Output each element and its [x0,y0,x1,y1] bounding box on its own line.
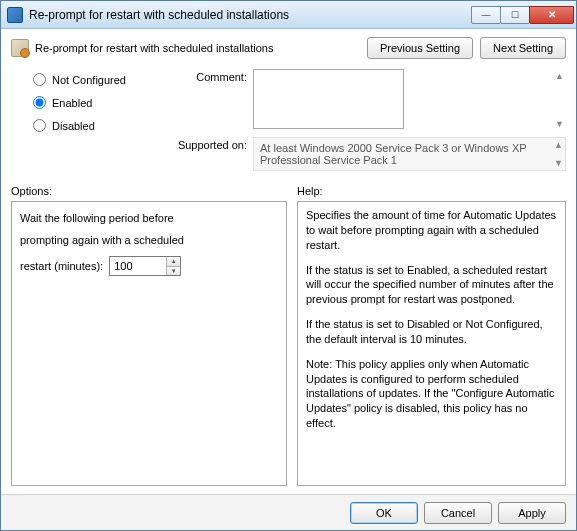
radio-enabled[interactable]: Enabled [33,96,161,109]
titlebar[interactable]: Re-prompt for restart with scheduled ins… [1,1,576,29]
options-pane: Wait the following period before prompti… [11,201,287,486]
dialog-window: Re-prompt for restart with scheduled ins… [0,0,577,531]
option-text-1: Wait the following period before [20,212,278,224]
radio-disabled-label: Disabled [52,120,95,132]
window-buttons [472,6,574,24]
content-area: Re-prompt for restart with scheduled ins… [1,29,576,494]
scroll-up-icon[interactable]: ▲ [555,71,564,81]
radio-enabled-label: Enabled [52,97,92,109]
previous-setting-button[interactable]: Previous Setting [367,37,473,59]
scroll-up-icon[interactable]: ▲ [554,140,563,150]
supported-on-label: Supported on: [169,137,247,151]
next-setting-button[interactable]: Next Setting [480,37,566,59]
maximize-button[interactable] [500,6,530,24]
apply-button[interactable]: Apply [498,502,566,524]
app-icon [7,7,23,23]
radio-enabled-input[interactable] [33,96,46,109]
config-area: Not Configured Enabled Disabled Comment:… [11,69,566,171]
split-panes: Wait the following period before prompti… [11,201,566,486]
window-title: Re-prompt for restart with scheduled ins… [29,8,472,22]
radio-not-configured-input[interactable] [33,73,46,86]
spinner-up-button[interactable]: ▲ [167,257,180,267]
options-heading: Options: [11,185,287,197]
dialog-footer: OK Cancel Apply [1,494,576,530]
cancel-button[interactable]: Cancel [424,502,492,524]
help-p4: Note: This policy applies only when Auto… [306,357,557,431]
comment-label: Comment: [169,69,247,83]
help-p3: If the status is set to Disabled or Not … [306,317,557,347]
option-text-2: prompting again with a scheduled [20,234,278,246]
radio-not-configured[interactable]: Not Configured [33,73,161,86]
header-row: Re-prompt for restart with scheduled ins… [11,37,566,59]
comment-textarea[interactable] [253,69,404,129]
scroll-down-icon[interactable]: ▼ [554,158,563,168]
radio-disabled[interactable]: Disabled [33,119,161,132]
supported-on-value: At least Windows 2000 Service Pack 3 or … [260,142,526,166]
radio-not-configured-label: Not Configured [52,74,126,86]
help-pane: Specifies the amount of time for Automat… [297,201,566,486]
split-labels: Options: Help: [11,185,566,197]
help-heading: Help: [297,185,323,197]
minimize-button[interactable] [471,6,501,24]
supported-on-text: At least Windows 2000 Service Pack 3 or … [253,137,566,171]
policy-title: Re-prompt for restart with scheduled ins… [35,42,273,54]
spinner-down-button[interactable]: ▼ [167,267,180,276]
help-p1: Specifies the amount of time for Automat… [306,208,557,253]
policy-icon [11,39,29,57]
radio-disabled-input[interactable] [33,119,46,132]
scroll-down-icon[interactable]: ▼ [555,119,564,129]
ok-button[interactable]: OK [350,502,418,524]
restart-minutes-label: restart (minutes): [20,260,103,272]
help-p2: If the status is set to Enabled, a sched… [306,263,557,308]
close-button[interactable] [529,6,574,24]
state-radio-group: Not Configured Enabled Disabled [11,69,161,171]
